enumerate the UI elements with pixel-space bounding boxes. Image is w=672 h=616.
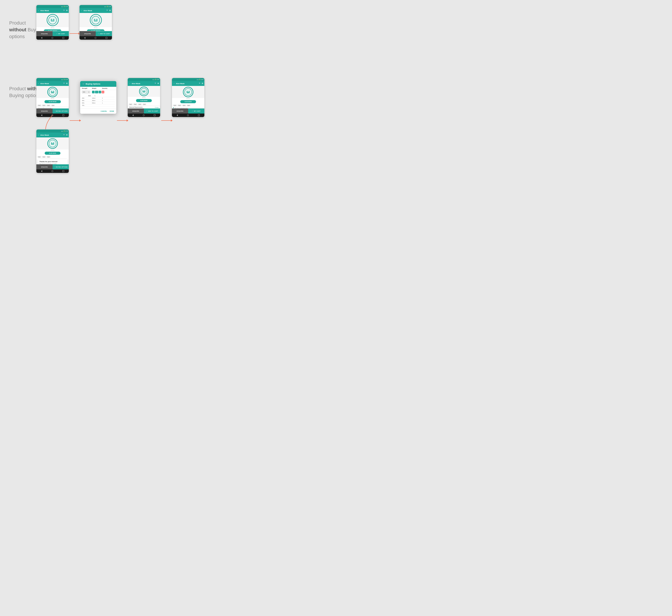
nav-back-icon bbox=[177, 114, 178, 116]
dialog-done-btn[interactable]: DONE bbox=[110, 110, 114, 112]
arrow-dialog-to-phone4 bbox=[117, 119, 128, 122]
phone3-toolbar: ← Aloe Mask 🔍 ☰ bbox=[36, 81, 69, 86]
phone4-pills: Opt1Opt2Opt3Opt4 bbox=[128, 103, 160, 106]
svg-point-8 bbox=[52, 90, 53, 92]
phone2-enquire-btn[interactable]: ENQUIRE bbox=[80, 31, 96, 36]
nav-recent-icon bbox=[198, 114, 200, 116]
svg-point-18 bbox=[52, 142, 53, 143]
phone2-product-image bbox=[80, 13, 112, 27]
phone5-pills: Opt1Opt2Opt3Opt4 bbox=[172, 104, 204, 107]
dialog-subrow-4: 70% bbox=[82, 104, 115, 107]
svg-point-14 bbox=[187, 90, 189, 92]
phone1-product-image bbox=[36, 13, 69, 27]
qty-plus-btn[interactable]: + bbox=[99, 91, 101, 93]
svg-point-5 bbox=[95, 19, 96, 20]
phone6-statusbar: ▲▲ 🔋 12:30 bbox=[36, 129, 69, 133]
dialog-main-row: 40% ▼ − 1 + 🗑 bbox=[80, 90, 116, 94]
phone5-product-badge: ALOE MASK bbox=[180, 100, 196, 103]
buying-options-dialog: 🛒 Buying Options Strength Weight Quantit… bbox=[80, 81, 116, 114]
nav-recent-icon bbox=[106, 37, 107, 39]
svg-point-11 bbox=[143, 90, 145, 91]
nav-back-icon bbox=[132, 114, 134, 116]
dialog-subrows: 60ml 1 25% 100ml 2 40% 250ml 1 50% 500ml… bbox=[80, 94, 116, 107]
phone1-enquire-btn[interactable]: ENQUIRE bbox=[36, 31, 53, 36]
phone4-product-image bbox=[128, 86, 160, 97]
phone5-toolbar: ← Aloe Mask 🔍 ☰ bbox=[172, 81, 204, 86]
svg-point-2 bbox=[52, 19, 53, 20]
dialog-subrow-3: 50% 500ml 1 bbox=[82, 102, 115, 104]
phone3-with-buying-options: ▲▲ 🔋 12:30 ← Aloe Mask 🔍 ☰ Skinery ALOE … bbox=[36, 78, 69, 117]
nav-home-icon bbox=[143, 114, 145, 116]
phone2-toolbar: ← Aloe Mask 🔍 ☰ bbox=[80, 8, 112, 13]
phone3-statusbar: ▲▲ 🔋 12:30 bbox=[36, 78, 69, 81]
phone1-toolbar: ← Aloe Mask 🔍 ☰ bbox=[36, 8, 69, 13]
arrow-phone4-to-phone5 bbox=[161, 119, 173, 122]
nav-back-icon bbox=[41, 170, 42, 172]
phone5-enquire-btn[interactable]: ENQUIRE bbox=[172, 108, 188, 113]
dialog-header: 🛒 Buying Options bbox=[80, 81, 116, 87]
phone3-pills: Opt1Opt2Opt3Opt4 bbox=[36, 104, 69, 107]
phone3-product-image bbox=[36, 86, 69, 98]
phone2-add-to-cart: ▲▲ 🔋 12:35 ← Aloe Mask 🔍 ☰ Skinery ALOE … bbox=[79, 5, 112, 40]
phone6-actions: ENQUIRE 🛒 BUYING OPTIONS bbox=[36, 164, 69, 169]
phone1-nav bbox=[36, 36, 69, 40]
nav-home-icon bbox=[187, 114, 189, 116]
phone2-add-to-cart-btn[interactable]: 🛒 ADD TO CART bbox=[96, 31, 112, 36]
dialog-subrow-2: 40% 250ml 1 bbox=[82, 99, 115, 102]
phone5-my-cart-btn[interactable]: 🛒 MY CART bbox=[188, 108, 204, 113]
nav-recent-icon bbox=[154, 114, 156, 116]
nav-home-icon bbox=[51, 170, 53, 172]
phone6-product-image bbox=[36, 137, 69, 149]
phone5-nav bbox=[172, 113, 204, 117]
nav-recent-icon bbox=[62, 37, 64, 39]
phone3-product-badge: ALOE MASK bbox=[44, 100, 61, 103]
phone1-actions: ENQUIRE 🛒 MY CART bbox=[36, 31, 69, 36]
dialog-subrow-1: 25% 100ml 2 bbox=[82, 97, 115, 99]
phone6-thank-you: ▲▲ 🔋 12:30 ← Aloe Mask 🔍 ☰ Skinery ALOE … bbox=[36, 129, 69, 173]
phone4-enquire-btn[interactable]: ENQUIRE bbox=[128, 108, 144, 113]
nav-back-icon bbox=[41, 37, 42, 39]
phone6-toolbar: ← Aloe Mask 🔍 ☰ bbox=[36, 133, 69, 137]
phone6-buying-options-btn[interactable]: 🛒 BUYING OPTIONS bbox=[53, 164, 69, 169]
qty-trash-btn[interactable]: 🗑 bbox=[102, 91, 104, 93]
qty-controls: − 1 + 🗑 bbox=[92, 91, 104, 93]
phone4-after-buying-options: ▲▲ 🔋 12:25 ← Aloe Mask 🔍 ☰ Skinery ALOE … bbox=[127, 78, 160, 117]
phone2-actions: ENQUIRE 🛒 ADD TO CART bbox=[80, 31, 112, 36]
phone4-statusbar: ▲▲ 🔋 12:25 bbox=[128, 78, 160, 81]
qty-minus-btn[interactable]: − bbox=[92, 91, 95, 93]
phone4-add-to-cart-btn[interactable]: 🛒 ADD TO CART bbox=[144, 108, 160, 113]
phone1-cart-btn[interactable]: 🛒 MY CART bbox=[53, 31, 69, 36]
nav-back-icon bbox=[84, 37, 85, 39]
dialog-footer: CANCEL DONE bbox=[80, 108, 116, 114]
phone2-nav bbox=[80, 36, 112, 40]
nav-home-icon bbox=[95, 37, 96, 39]
strength-select[interactable]: 40% ▼ bbox=[82, 91, 90, 93]
phone6-pills: Opt1Opt2Opt3 bbox=[36, 156, 69, 158]
phone5-statusbar: ▲▲ 🔋 12:30 bbox=[172, 78, 204, 81]
nav-home-icon bbox=[51, 37, 53, 39]
phone5-product-image bbox=[172, 86, 204, 98]
phone6-nav bbox=[36, 169, 69, 173]
phone6-product-badge: ALOE MASK bbox=[45, 152, 60, 155]
phone4-actions: ENQUIRE 🛒 ADD TO CART bbox=[128, 108, 160, 113]
phone4-toolbar: ← Aloe Mask 🔍 ☰ bbox=[128, 81, 160, 86]
dialog-cancel-btn[interactable]: CANCEL bbox=[101, 110, 107, 112]
phone1-without-buying-options: ▲▲ 🔋 12:30 ← Aloe Mask 🔍 ☰ Skinery ALOE … bbox=[36, 5, 69, 40]
phone4-nav bbox=[128, 113, 160, 117]
phone6-enquire-btn[interactable]: ENQUIRE bbox=[36, 164, 53, 169]
phone4-product-badge: ALOE MASK bbox=[136, 99, 152, 102]
arrow1-to-2 bbox=[70, 32, 80, 35]
phone2-statusbar: ▲▲ 🔋 12:35 bbox=[80, 5, 112, 8]
phone5-actions: ENQUIRE 🛒 MY CART bbox=[172, 108, 204, 113]
nav-recent-icon bbox=[62, 170, 64, 172]
phone1-statusbar: ▲▲ 🔋 12:30 bbox=[36, 5, 69, 8]
dialog-col-headers: Strength Weight Quantity bbox=[80, 87, 116, 90]
phone5-after-add-to-cart: ▲▲ 🔋 12:30 ← Aloe Mask 🔍 ☰ Skinery ALOE … bbox=[172, 78, 205, 117]
